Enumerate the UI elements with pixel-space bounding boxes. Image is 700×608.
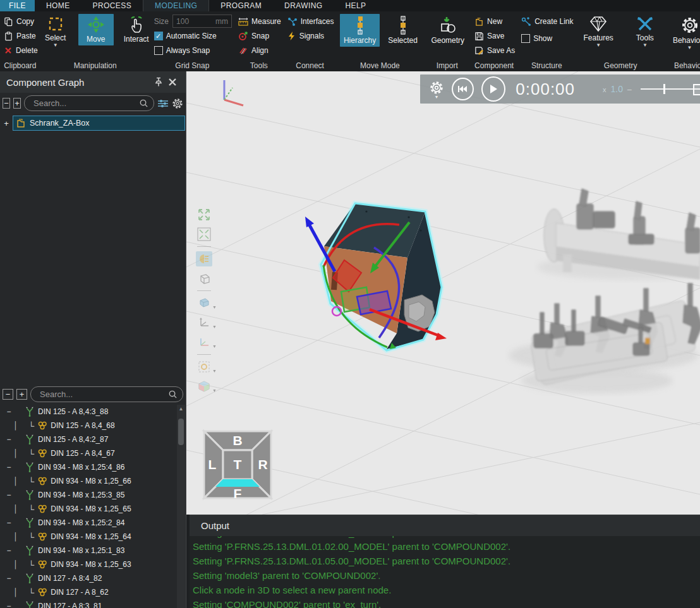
collapse-expander[interactable]: − (5, 463, 13, 472)
link-node-icon (24, 434, 35, 445)
graph-search-box[interactable] (24, 95, 154, 111)
root-expander[interactable]: + (0, 119, 13, 128)
tree-search-box[interactable] (30, 386, 183, 402)
tree-row[interactable]: │└DIN 934 - M8 x 1,25_64 (0, 530, 177, 544)
tree-row[interactable]: │└DIN 125 - A 8,4_67 (0, 446, 177, 460)
expand-all-button[interactable]: + (13, 98, 21, 109)
collapse-expander[interactable]: − (5, 518, 13, 527)
wireframe-mode-button[interactable] (196, 271, 212, 286)
output-header[interactable]: Output (190, 515, 700, 536)
filter-icon[interactable] (157, 97, 169, 110)
collapse-expander[interactable]: − (5, 602, 13, 608)
scroll-up-arrow[interactable]: ▲ (177, 405, 185, 414)
snap-button[interactable]: Snap (238, 30, 281, 42)
tree-search-input[interactable] (39, 389, 168, 400)
align-button[interactable]: Align (238, 44, 281, 57)
tab-process[interactable]: PROCESS (81, 0, 143, 11)
axis-display-button[interactable]: ▼ (196, 335, 212, 350)
frame-display-button[interactable]: ▼ (196, 295, 212, 311)
tree-row[interactable]: −DIN 934 - M8 x 1,25:2_84 (0, 516, 177, 530)
measure-button[interactable]: Measure (238, 15, 281, 28)
simulation-settings-button[interactable]: ▼ (429, 80, 444, 98)
graph-settings-gear-icon[interactable] (172, 97, 183, 110)
show-checkbox[interactable]: Show (521, 32, 573, 45)
close-icon[interactable] (166, 75, 179, 89)
ribbon-group-geometry: Features ▼ Tools ▼ Geometry (576, 11, 665, 71)
collapse-expander[interactable]: − (5, 491, 13, 499)
tree-row[interactable]: −DIN 127 - A 8:4_82 (0, 571, 177, 585)
collapse-expander[interactable]: − (5, 435, 13, 444)
speed-decrease[interactable]: − (627, 85, 632, 95)
tab-program[interactable]: PROGRAM (209, 0, 273, 11)
grid-size-input[interactable]: 100 mm (172, 15, 232, 28)
automatic-size-checkbox[interactable]: ✓ Automatic Size (154, 30, 232, 42)
move-button[interactable]: Move (78, 14, 114, 45)
tree-row[interactable]: −DIN 934 - M8 x 1,25:3_85 (0, 488, 177, 502)
fit-selected-button[interactable] (196, 227, 212, 242)
tab-drawing[interactable]: DRAWING (273, 0, 334, 11)
save-as-button[interactable]: Save As (474, 44, 515, 57)
tree-row[interactable]: │└DIN 127 - A 8_62 (0, 585, 177, 599)
origin-display-button[interactable]: ▼ (196, 359, 212, 374)
link-node-icon (24, 489, 35, 501)
import-geometry-button[interactable]: Geometry (427, 14, 468, 47)
play-button[interactable] (481, 76, 506, 102)
collapse-expander[interactable]: − (5, 546, 13, 555)
behaviors-button[interactable]: Behaviors ▼ (669, 14, 700, 52)
tab-help[interactable]: HELP (334, 0, 377, 11)
interact-button[interactable]: Interact (119, 14, 154, 45)
tree-expand-all-button[interactable]: + (16, 389, 27, 400)
signals-button[interactable]: Signals (287, 30, 334, 42)
fit-all-button[interactable] (196, 207, 212, 222)
pin-icon[interactable] (152, 75, 166, 89)
slider-handle[interactable] (663, 84, 665, 94)
tree-scrollbar[interactable]: ▲ (177, 405, 185, 608)
align-label: Align (251, 46, 269, 55)
slider-track[interactable] (641, 88, 700, 90)
tree-row[interactable]: │└DIN 125 - A 8,4_68 (0, 419, 177, 432)
create-link-button[interactable]: Create Link (521, 15, 573, 28)
render-mode-button[interactable] (196, 251, 212, 266)
new-component-button[interactable]: New (474, 15, 515, 28)
tree-row[interactable]: −DIN 934 - M8 x 1,25:4_86 (0, 460, 177, 474)
reset-button[interactable] (452, 78, 474, 100)
graph-search-input[interactable] (32, 98, 139, 109)
tree-row[interactable]: │└DIN 934 - M8 x 1,25_66 (0, 474, 177, 488)
always-snap-checkbox[interactable]: Always Snap (154, 44, 232, 57)
coordinate-frame-button[interactable]: ▼ (196, 315, 212, 330)
tree-row[interactable]: −DIN 934 - M8 x 1,25:1_83 (0, 544, 177, 557)
copy-button[interactable]: Copy (4, 15, 38, 28)
selected-button[interactable]: Selected (385, 14, 421, 47)
geometry-tools-button[interactable]: Tools ▼ (627, 14, 663, 49)
collapse-expander[interactable]: − (5, 407, 13, 416)
select-button[interactable]: Select ▼ (38, 14, 73, 49)
tree-collapse-all-button[interactable]: − (3, 389, 13, 400)
collapse-all-button[interactable]: − (3, 98, 10, 109)
ribbon-group-tools: Measure Snap Align Tools (234, 11, 284, 71)
speed-slider[interactable]: − + (641, 84, 700, 94)
features-button[interactable]: Features ▼ (580, 14, 617, 49)
tab-file[interactable]: FILE (0, 0, 35, 11)
root-component-row[interactable]: Schrank_ZA-Box (13, 116, 185, 131)
log-line: Setting 'COMPOUND002' parent to 'ex_turn… (193, 597, 700, 608)
collapse-expander[interactable]: − (5, 574, 13, 583)
viewport-3d[interactable]: ▼ 0:00:00 x 1.0 − + (186, 71, 700, 515)
save-button[interactable]: Save (474, 30, 515, 42)
ribbon-group-import: Geometry Import (423, 11, 471, 71)
tree-row[interactable]: −DIN 127 - A 8:3_81 (0, 599, 177, 608)
tree-row[interactable]: −DIN 125 - A 8,4:3_88 (0, 405, 177, 419)
hierarchy-button[interactable]: Hierarchy (340, 14, 379, 47)
tab-modeling[interactable]: MODELING (143, 0, 209, 11)
paste-button[interactable]: Paste (4, 30, 38, 42)
delete-label: Delete (16, 46, 38, 55)
scrollbar-thumb[interactable] (178, 419, 184, 445)
delete-button[interactable]: Delete (4, 44, 38, 57)
interfaces-button[interactable]: Interfaces (287, 15, 334, 28)
tree-row[interactable]: │└DIN 934 - M8 x 1,25_63 (0, 557, 177, 571)
tab-home[interactable]: HOME (35, 0, 81, 11)
tree-row[interactable]: −DIN 125 - A 8,4:2_87 (0, 432, 177, 446)
view-cube-button[interactable]: ▼ (196, 379, 212, 394)
tree-row[interactable]: │└DIN 934 - M8 x 1,25_65 (0, 502, 177, 516)
fixture-rail-assembly[interactable] (537, 189, 700, 280)
record-button[interactable] (693, 84, 700, 95)
